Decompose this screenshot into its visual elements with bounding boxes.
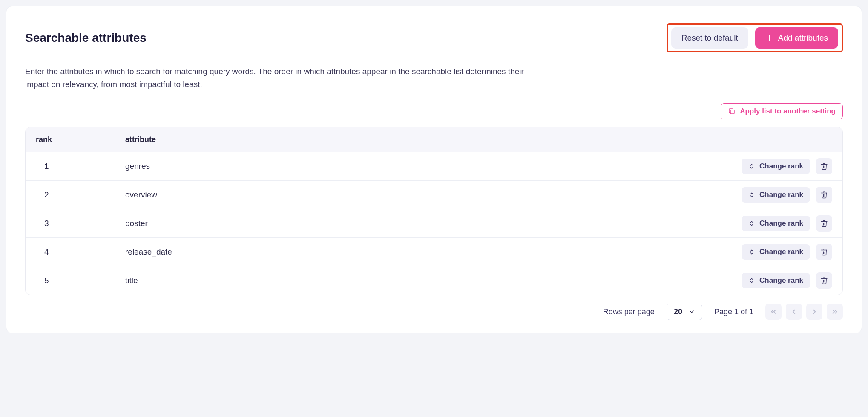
attributes-table: rank attribute 1genresChange rank2overvi… [25,127,843,295]
cell-attribute: title [125,276,713,285]
cell-attribute: genres [125,162,713,171]
pagination-row: Rows per page 20 Page 1 of 1 [25,295,843,320]
chevrons-right-icon [831,308,839,316]
next-page-button[interactable] [806,304,822,320]
change-rank-button[interactable]: Change rank [742,244,810,260]
trash-icon [820,162,828,170]
trash-icon [820,248,828,256]
col-header-actions [713,135,832,144]
trash-icon [820,277,828,284]
cell-attribute: overview [125,190,713,200]
cell-rank: 5 [36,276,125,285]
chevron-left-icon [790,308,798,316]
cell-rank: 4 [36,247,125,257]
table-row: 2overviewChange rank [26,180,842,209]
plus-icon [765,34,774,42]
change-rank-button[interactable]: Change rank [742,159,810,174]
table-body: 1genresChange rank2overviewChange rank3p… [26,152,842,295]
sort-icon [748,277,755,284]
cell-rank: 3 [36,219,125,228]
copy-icon [728,107,736,115]
change-rank-label: Change rank [759,191,803,199]
table-row: 1genresChange rank [26,152,842,180]
prev-page-button[interactable] [786,304,802,320]
add-button-label: Add attributes [778,33,828,43]
cell-rank: 2 [36,190,125,200]
header-row: Searchable attributes Reset to default A… [25,23,843,52]
change-rank-button[interactable]: Change rank [742,187,810,203]
trash-icon [820,191,828,199]
table-row: 5titleChange rank [26,266,842,295]
apply-list-button[interactable]: Apply list to another setting [721,103,843,119]
cell-attribute: poster [125,219,713,228]
sort-icon [748,191,755,198]
table-row: 3posterChange rank [26,209,842,237]
page-title: Searchable attributes [25,31,147,45]
change-rank-label: Change rank [759,248,803,256]
sort-icon [748,249,755,255]
delete-row-button[interactable] [816,158,832,174]
change-rank-label: Change rank [759,219,803,228]
delete-row-button[interactable] [816,244,832,260]
change-rank-button[interactable]: Change rank [742,216,810,231]
rows-per-page-select[interactable]: 20 [667,304,702,320]
settings-card: Searchable attributes Reset to default A… [6,6,862,333]
trash-icon [820,220,828,227]
last-page-button[interactable] [827,304,843,320]
col-header-attribute: attribute [125,135,713,144]
chevron-down-icon [688,308,695,315]
sort-icon [748,220,755,227]
add-attributes-button[interactable]: Add attributes [755,27,838,49]
svg-rect-2 [730,110,734,114]
table-row: 4release_dateChange rank [26,237,842,266]
reset-button[interactable]: Reset to default [671,27,748,49]
rows-per-page-label: Rows per page [603,307,655,316]
pager [765,304,843,320]
change-rank-label: Change rank [759,276,803,285]
cell-attribute: release_date [125,247,713,257]
chevron-right-icon [811,308,818,316]
apply-row: Apply list to another setting [25,103,843,119]
page-indicator: Page 1 of 1 [714,307,753,316]
table-header: rank attribute [26,127,842,152]
sort-icon [748,163,755,170]
cell-rank: 1 [36,162,125,171]
highlighted-actions: Reset to default Add attributes [667,23,843,52]
change-rank-label: Change rank [759,162,803,171]
change-rank-button[interactable]: Change rank [742,273,810,288]
description-text: Enter the attributes in which to search … [25,65,536,91]
apply-list-label: Apply list to another setting [740,107,836,116]
delete-row-button[interactable] [816,272,832,289]
first-page-button[interactable] [765,304,782,320]
delete-row-button[interactable] [816,215,832,232]
rows-per-page-value: 20 [674,307,682,316]
delete-row-button[interactable] [816,187,832,203]
reset-button-label: Reset to default [681,33,738,43]
chevrons-left-icon [770,308,777,316]
col-header-rank: rank [36,135,125,144]
